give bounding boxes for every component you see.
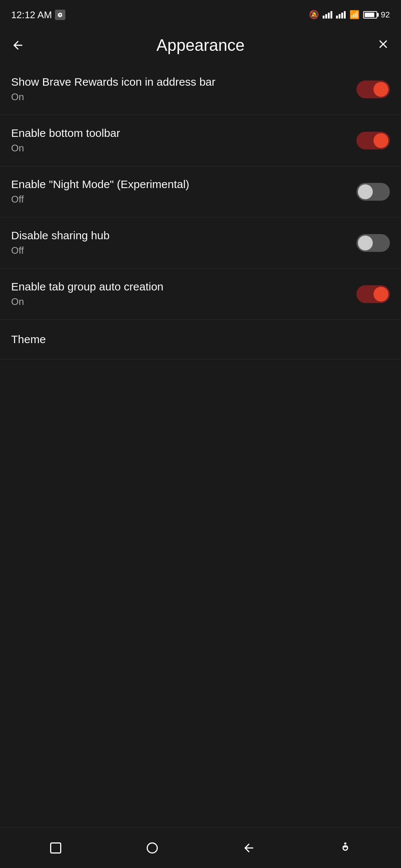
home-button[interactable]: [137, 833, 167, 863]
setting-status-bottom-toolbar: On: [11, 142, 120, 154]
setting-item-tab-group[interactable]: Enable tab group auto creation On: [0, 269, 401, 320]
toggle-night-mode[interactable]: [356, 183, 390, 201]
setting-label-bottom-toolbar: Enable bottom toolbar: [11, 127, 120, 139]
setting-item-brave-rewards[interactable]: Show Brave Rewards icon in address bar O…: [0, 64, 401, 115]
toggle-brave-rewards[interactable]: [356, 80, 390, 98]
setting-text-bottom-toolbar: Enable bottom toolbar On: [11, 127, 120, 154]
setting-status-tab-group: On: [11, 296, 163, 308]
svg-rect-0: [51, 843, 61, 853]
svg-point-1: [147, 843, 157, 853]
toggle-bottom-toolbar[interactable]: [356, 132, 390, 149]
setting-label-tab-group: Enable tab group auto creation: [11, 280, 163, 293]
setting-text-tab-group: Enable tab group auto creation On: [11, 280, 163, 308]
setting-text-sharing-hub: Disable sharing hub Off: [11, 229, 110, 256]
setting-text-night-mode: Enable "Night Mode" (Experimental) Off: [11, 178, 189, 205]
bottom-nav-bar: [0, 827, 401, 868]
setting-item-bottom-toolbar[interactable]: Enable bottom toolbar On: [0, 115, 401, 166]
signal-bars-2-icon: [336, 11, 346, 19]
setting-label-theme: Theme: [11, 333, 46, 346]
battery-percent-text: 92: [381, 10, 390, 20]
setting-item-night-mode[interactable]: Enable "Night Mode" (Experimental) Off: [0, 166, 401, 217]
setting-status-brave-rewards: On: [11, 91, 215, 103]
setting-item-sharing-hub[interactable]: Disable sharing hub Off: [0, 217, 401, 269]
toggle-tab-group[interactable]: [356, 285, 390, 303]
setting-item-theme[interactable]: Theme: [0, 320, 401, 359]
back-nav-button[interactable]: [234, 833, 264, 863]
toggle-sharing-hub[interactable]: [356, 234, 390, 252]
svg-point-2: [344, 842, 346, 845]
recents-button[interactable]: [41, 833, 71, 863]
battery-icon: [363, 11, 377, 19]
status-bar: 12:12 AM 🔕 📶 92: [0, 0, 401, 27]
signal-bars-icon: [323, 11, 332, 19]
setting-status-night-mode: Off: [11, 194, 189, 205]
status-icons: 🔕 📶 92: [309, 10, 390, 20]
setting-label-sharing-hub: Disable sharing hub: [11, 229, 110, 242]
setting-text-brave-rewards: Show Brave Rewards icon in address bar O…: [11, 76, 215, 103]
top-nav: Appearance: [0, 27, 401, 64]
page-title: Appearance: [156, 36, 244, 55]
close-button[interactable]: [376, 36, 390, 55]
status-time: 12:12 AM: [11, 9, 65, 21]
settings-service-icon: [55, 10, 65, 20]
back-button[interactable]: [11, 39, 25, 52]
setting-label-brave-rewards: Show Brave Rewards icon in address bar: [11, 76, 215, 88]
settings-list: Show Brave Rewards icon in address bar O…: [0, 64, 401, 827]
setting-status-sharing-hub: Off: [11, 245, 110, 256]
wifi-icon: 📶: [349, 10, 359, 20]
setting-label-night-mode: Enable "Night Mode" (Experimental): [11, 178, 189, 191]
notification-muted-icon: 🔕: [309, 10, 319, 20]
accessibility-button[interactable]: [330, 833, 360, 863]
time-text: 12:12 AM: [11, 9, 52, 21]
